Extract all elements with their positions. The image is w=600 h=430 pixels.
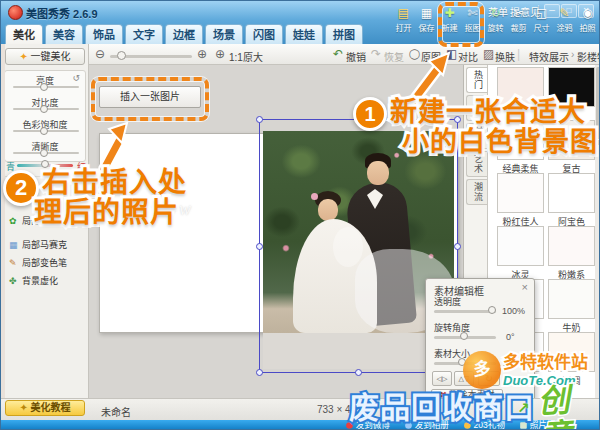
actual-size-icon: ⊕ (215, 47, 225, 61)
open-folder-icon: ▤ (392, 6, 415, 21)
effects-panel-title[interactable]: 特效展示 (529, 49, 569, 64)
actual-size-label[interactable]: 1:1原大 (229, 49, 263, 64)
pen-icon: ✎ (9, 258, 22, 268)
compare-icon[interactable]: ◧ (446, 47, 457, 61)
opacity-value: 100% (502, 306, 525, 316)
compare-label[interactable]: 对比 (458, 49, 478, 64)
tab-doll[interactable]: 娃娃 (285, 24, 323, 44)
step1-text-line1: 新建一张合适大 (390, 99, 586, 126)
selection-handle-bm[interactable] (355, 369, 362, 376)
contrast-knob[interactable] (40, 105, 48, 113)
tab-text[interactable]: 文字 (125, 24, 163, 44)
tab-collage[interactable]: 拼图 (325, 24, 363, 44)
effect-thumb[interactable] (548, 173, 595, 213)
duote-watermark: 多特软件站 (503, 354, 588, 373)
rotation-value: 0° (506, 332, 515, 342)
redo-label[interactable]: 恢复 (384, 49, 404, 64)
app-logo-icon (8, 5, 23, 20)
zoom-in-icon[interactable]: ⊕ (197, 47, 207, 61)
undo-label[interactable]: 撤销 (346, 49, 366, 64)
green-watermark: 创意 (537, 381, 600, 430)
tab-cosmetic[interactable]: 美容 (45, 24, 83, 44)
selection-handle-ml[interactable] (256, 243, 263, 250)
tab-beautify[interactable]: 美化 (5, 24, 43, 44)
opacity-slider[interactable] (434, 310, 496, 313)
save-disk-icon: ▦ (415, 6, 438, 21)
fxtab-trend[interactable]: 潮流 (466, 179, 487, 205)
flower-icon: ✿ (9, 216, 22, 226)
toolbar-separator: | (517, 47, 520, 61)
tab-frame[interactable]: 边框 (165, 24, 203, 44)
open-button[interactable]: ▤ 打开 (392, 6, 415, 34)
top-toolbar: ▤ 打开 ▦ 保存 ✚ 新建 ✄ 抠图 ↻ 旋转 ✂ 裁剪 ◱ 尺寸 ✎ (392, 6, 599, 34)
effect-thumb[interactable] (548, 226, 595, 266)
blue-watermark: 废品回收商口 (349, 391, 535, 424)
highlight-box-new (438, 2, 484, 47)
resize-icon: ◱ (530, 6, 553, 21)
tab-scene[interactable]: 场景 (205, 24, 243, 44)
rotate-button[interactable]: ↻ 旋转 (484, 6, 507, 34)
main-tab-bar: 美化 美容 饰品 文字 边框 场景 闪图 娃娃 拼图 (5, 24, 363, 44)
window-title: 美图秀秀 2.6.9 (26, 5, 98, 21)
bulb-icon: ✦ (19, 402, 27, 413)
saturation-knob[interactable] (40, 127, 48, 135)
tool-local-mosaic[interactable]: ▦局部马赛克 (9, 238, 67, 251)
step2-text-line1: 右击插入处 (42, 169, 187, 197)
opacity-knob[interactable] (488, 306, 496, 314)
adjust-group: 亮度 ↺ 对比度 色彩饱和度 清晰度 (4, 70, 86, 162)
tab-flash[interactable]: 闪图 (245, 24, 283, 44)
effect-thumb[interactable] (548, 279, 595, 319)
camera-icon: ◉ (576, 6, 599, 21)
tool-color-pen[interactable]: ✎局部变色笔 (9, 256, 67, 269)
opacity-label: 透明度 (434, 295, 461, 308)
effects-category-label[interactable]: 影楼特效 (577, 49, 600, 64)
doodle-button[interactable]: ✎ 涂鸦 (553, 6, 576, 34)
duote-logo-icon: 多 (463, 351, 501, 389)
redo-icon[interactable]: ↷ (371, 47, 381, 61)
selection-handle-mr[interactable] (454, 243, 461, 250)
rotation-knob[interactable] (460, 332, 468, 340)
zoom-slider-knob[interactable] (117, 51, 126, 60)
resize-button[interactable]: ◱ 尺寸 (530, 6, 553, 34)
header: 美图秀秀 2.6.9 菜单 提意见 | ─ □ ✕ 美化 美容 饰品 文字 边框… (1, 1, 600, 44)
reset-icon[interactable]: ↺ (72, 73, 80, 83)
crop-button[interactable]: ✂ 裁剪 (507, 6, 530, 34)
left-edge-strip (1, 44, 5, 398)
tutorial-button[interactable]: ✦ 美化教程 (5, 400, 85, 416)
blur-icon: ✤ (9, 276, 22, 286)
save-button[interactable]: ▦ 保存 (415, 6, 438, 34)
step1-number: 1 (353, 97, 387, 131)
zoom-out-icon[interactable]: ⊖ (95, 47, 105, 61)
sparkle-icon: ✦ (19, 51, 27, 62)
camera-button[interactable]: ◉ 拍照 (576, 6, 599, 34)
pencil-icon: ✎ (553, 6, 576, 21)
flip-horizontal-button[interactable]: ◁▷ (432, 371, 452, 386)
step2-text-line2: 理后的照片 (34, 199, 179, 227)
one-key-beautify-button[interactable]: ✦ 一键美化 (5, 48, 85, 65)
clarity-knob[interactable] (40, 149, 48, 157)
rotate-icon: ↻ (484, 6, 507, 21)
effects-scrollbar[interactable] (595, 65, 600, 398)
skin-label[interactable]: 换肤 (495, 49, 515, 64)
undo-icon[interactable]: ↶ (333, 47, 343, 61)
image-dimensions: 733 × 4 (317, 404, 351, 415)
mosaic-icon: ▦ (9, 240, 22, 250)
selection-handle-bl[interactable] (256, 369, 263, 376)
original-image-label[interactable]: 原图 (421, 49, 441, 64)
brightness-knob[interactable] (40, 83, 48, 91)
selection-handle-tl[interactable] (256, 116, 263, 123)
effect-thumb[interactable] (497, 173, 544, 213)
skin-icon[interactable]: ▨ (483, 47, 494, 61)
step1-text-line2: 小的白色背景图 (402, 129, 598, 156)
close-icon[interactable]: × (522, 281, 528, 293)
tab-accessory[interactable]: 饰品 (85, 24, 123, 44)
original-image-icon[interactable]: ◯ (409, 47, 420, 61)
crop-scissors-icon: ✂ (507, 6, 530, 21)
fxtab-hot[interactable]: 热门 (466, 67, 487, 93)
insert-image-button[interactable]: 插入一张图片 (99, 86, 201, 108)
filename-label: 未命名 (101, 404, 131, 419)
green-arrow-icon: ↗ (517, 399, 530, 417)
effect-thumb[interactable] (497, 226, 544, 266)
breadcrumb-separator: › (571, 49, 574, 60)
tool-background-blur[interactable]: ✤背景虚化 (9, 274, 58, 287)
